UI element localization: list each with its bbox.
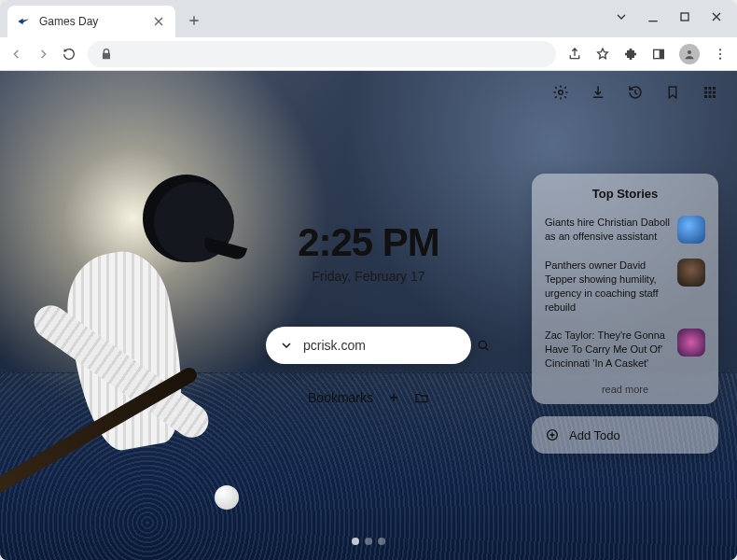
minimize-icon[interactable] — [646, 9, 661, 24]
sidepanel-icon[interactable] — [651, 47, 666, 62]
svg-point-7 — [559, 91, 563, 95]
caret-down-icon[interactable] — [614, 9, 629, 24]
svg-rect-2 — [660, 49, 664, 58]
quick-toolbar — [552, 84, 718, 101]
clock-time: 2:25 PM — [266, 220, 471, 265]
add-todo-button[interactable]: Add Todo — [532, 416, 718, 454]
story-thumbnail — [677, 259, 705, 287]
story-thumbnail — [677, 329, 705, 357]
toolbar-right — [567, 44, 728, 64]
bookmarks-label: Bookmarks — [308, 390, 373, 405]
add-bookmark-icon[interactable] — [386, 390, 401, 405]
search-box[interactable] — [266, 327, 471, 364]
add-todo-label: Add Todo — [569, 428, 620, 442]
settings-icon[interactable] — [552, 84, 569, 101]
browser-toolbar — [0, 37, 737, 71]
svg-rect-16 — [713, 95, 716, 98]
top-stories-title: Top Stories — [545, 187, 705, 201]
svg-rect-15 — [709, 95, 712, 98]
center-widgets: 2:25 PM Friday, February 17 Bookmarks — [266, 220, 471, 405]
new-tab-button[interactable] — [181, 7, 207, 34]
chevron-down-icon[interactable] — [279, 338, 294, 353]
restore-icon[interactable] — [677, 9, 692, 24]
forward-button[interactable] — [35, 47, 50, 62]
share-icon[interactable] — [567, 47, 582, 62]
story-headline: Zac Taylor: They're Gonna Have To Carry … — [545, 329, 670, 371]
window-controls — [614, 0, 737, 24]
newtab-content: 2:25 PM Friday, February 17 Bookmarks To… — [0, 71, 737, 560]
svg-point-5 — [719, 52, 721, 54]
tab-active[interactable]: Games Day — [7, 6, 175, 37]
story-item[interactable]: Panthers owner David Tepper showing humi… — [545, 251, 705, 321]
page-dot[interactable] — [365, 538, 372, 545]
tab-title: Games Day — [39, 15, 98, 28]
reload-button[interactable] — [62, 47, 76, 62]
story-thumbnail — [677, 216, 705, 244]
svg-point-4 — [719, 49, 721, 50]
story-item[interactable]: Giants hire Christian Daboll as an offen… — [545, 208, 705, 251]
bookmark-icon[interactable] — [664, 84, 681, 101]
page-dot[interactable] — [378, 538, 385, 545]
tab-strip: Games Day — [0, 0, 614, 37]
bookmarks-bar: Bookmarks — [266, 390, 471, 405]
kebab-menu-icon[interactable] — [713, 47, 728, 62]
svg-point-6 — [719, 57, 721, 59]
plus-circle-icon — [545, 427, 560, 442]
tab-favicon-icon — [17, 14, 32, 29]
search-icon[interactable] — [476, 338, 491, 353]
tab-close-icon[interactable] — [151, 14, 166, 29]
back-button[interactable] — [9, 47, 24, 62]
svg-rect-14 — [704, 95, 707, 98]
svg-point-17 — [479, 341, 486, 348]
titlebar: Games Day — [0, 0, 737, 37]
clock-date: Friday, February 17 — [266, 269, 471, 284]
read-more-link[interactable]: read more — [545, 384, 705, 395]
download-icon[interactable] — [590, 84, 606, 101]
svg-rect-0 — [681, 13, 688, 21]
profile-avatar[interactable] — [679, 44, 700, 64]
lock-icon — [99, 47, 114, 62]
svg-rect-10 — [713, 87, 716, 90]
address-bar[interactable] — [88, 41, 556, 67]
bookmark-folder-icon[interactable] — [414, 390, 429, 405]
story-headline: Panthers owner David Tepper showing humi… — [545, 259, 670, 314]
svg-rect-11 — [704, 91, 707, 94]
apps-grid-icon[interactable] — [702, 84, 718, 101]
search-input[interactable] — [303, 338, 466, 353]
history-icon[interactable] — [627, 84, 644, 101]
svg-rect-9 — [709, 87, 712, 90]
star-icon[interactable] — [595, 47, 610, 62]
svg-point-3 — [688, 50, 691, 54]
extensions-icon[interactable] — [623, 47, 638, 62]
browser-window: Games Day — [0, 0, 737, 560]
story-headline: Giants hire Christian Daboll as an offen… — [545, 216, 670, 244]
page-indicator[interactable] — [352, 538, 385, 545]
story-item[interactable]: Zac Taylor: They're Gonna Have To Carry … — [545, 321, 705, 378]
top-stories-panel: Top Stories Giants hire Christian Daboll… — [532, 174, 718, 404]
svg-rect-8 — [704, 87, 707, 90]
svg-rect-12 — [709, 91, 712, 94]
page-dot[interactable] — [352, 538, 359, 545]
close-window-icon[interactable] — [709, 9, 724, 24]
svg-rect-13 — [713, 91, 716, 94]
